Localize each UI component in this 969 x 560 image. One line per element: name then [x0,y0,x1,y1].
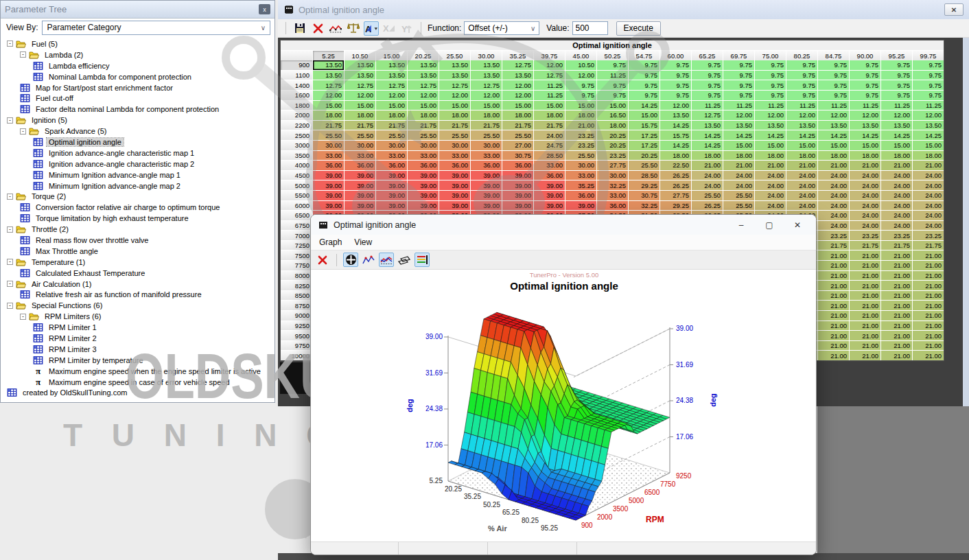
map-cell[interactable]: 18.00 [502,110,533,120]
map-cell[interactable]: 15.00 [786,141,817,150]
map-cell[interactable]: 24.00 [723,171,754,180]
map-cell[interactable]: 13.50 [471,60,502,70]
map-cell[interactable]: 9.75 [755,91,786,100]
map-cell[interactable]: 23.25 [597,151,628,161]
map-cell[interactable]: 9.75 [913,71,944,80]
map-cell[interactable]: 9.75 [913,60,944,70]
map-cell[interactable]: 23.25 [818,231,849,240]
map-cell[interactable]: 21.00 [913,331,944,340]
row-header[interactable]: 900 [281,60,312,70]
row-header[interactable]: 2200 [281,121,312,130]
map-cell[interactable]: 21.00 [850,311,880,320]
map-cell[interactable]: 36.00 [439,161,470,170]
value-input[interactable] [572,21,608,35]
map-cell[interactable]: 39.00 [408,171,439,180]
map-cell[interactable]: 21.00 [818,291,849,301]
map-cell[interactable]: 18.00 [597,121,628,130]
history-compare-button[interactable] [379,253,394,267]
map-cell[interactable]: 21.00 [913,281,944,290]
map-cell[interactable]: 24.00 [786,191,817,200]
map-cell[interactable]: 21.00 [881,331,912,340]
map-cell[interactable]: 12.75 [439,80,470,90]
map-cell[interactable]: 32.25 [629,201,659,211]
map-cell[interactable]: 36.00 [376,161,407,170]
map-cell[interactable]: 39.00 [376,191,407,200]
map-cell[interactable]: 21.00 [881,271,912,281]
tree-item[interactable]: Ignition advance-angle characteristic ma… [1,148,275,159]
map-cell[interactable]: 12.75 [376,80,407,90]
map-cell[interactable]: 20.25 [597,130,628,140]
map-cell[interactable]: 9.75 [786,60,817,70]
map-cell[interactable]: 21.00 [850,321,880,331]
map-cell[interactable]: 11.25 [881,101,912,110]
map-cell[interactable]: 24.00 [755,171,786,180]
map-cell[interactable]: 39.00 [376,201,407,211]
map-cell[interactable]: 21.00 [881,261,912,270]
map-cell[interactable]: 21.00 [881,161,912,170]
map-cell[interactable]: 33.00 [345,151,375,161]
map-cell[interactable]: 30.00 [565,161,596,170]
map-cell[interactable]: 36.00 [408,161,439,170]
map-cell[interactable]: 25.50 [723,201,754,211]
map-cell[interactable]: 9.75 [755,71,786,80]
map-cell[interactable]: 39.00 [376,171,407,180]
map-cell[interactable]: 18.00 [408,110,439,120]
pan-rotate-button[interactable] [343,253,358,267]
map-cell[interactable]: 14.25 [881,130,912,140]
tree-item[interactable]: -Lambda (2) [1,49,275,60]
tree-item[interactable]: -Fuel (5) [1,38,275,49]
collapse-icon[interactable]: - [7,281,13,287]
map-cell[interactable]: 33.00 [439,151,470,161]
tree-item[interactable]: -Ignition (5) [1,115,275,126]
trace-button[interactable] [328,21,343,36]
map-cell[interactable]: 25.50 [408,130,439,140]
map-cell[interactable]: 21.00 [818,271,849,281]
map-cell[interactable]: 15.75 [660,130,691,140]
map-cell[interactable]: 21.00 [850,331,880,340]
tree-item[interactable]: Lambda efficiency [1,60,275,71]
map-cell[interactable]: 13.50 [313,60,344,70]
map-cell[interactable]: 22.50 [660,161,691,170]
map-cell[interactable]: 9.75 [818,91,849,100]
execute-button[interactable]: Execute [616,21,661,36]
row-header[interactable]: 1100 [281,71,312,80]
map-cell[interactable]: 21.00 [913,161,944,170]
map-cell[interactable]: 33.00 [565,171,596,180]
map-cell[interactable]: 39.00 [534,191,565,200]
map-cell[interactable]: 9.75 [755,80,786,90]
row-header[interactable]: 8250 [281,281,312,290]
collapse-icon[interactable]: - [7,117,13,124]
map-cell[interactable]: 12.75 [313,80,344,90]
map-cell[interactable]: 15.00 [818,141,849,150]
map-cell[interactable]: 9.75 [565,80,596,90]
surface-chart-area[interactable]: 17.0617.0624.3824.3831.6931.6939.0039.00… [311,270,816,541]
map-cell[interactable]: 18.00 [565,110,596,120]
row-header[interactable]: 3000 [281,141,312,150]
map-cell[interactable]: 13.50 [786,121,817,130]
tree-item[interactable]: Minimum Ignition advance-angle map 1 [1,170,275,180]
map-cell[interactable]: 21.00 [850,271,880,281]
map-cell[interactable]: 24.00 [913,211,944,220]
map-cell[interactable]: 21.00 [913,291,944,301]
map-cell[interactable]: 15.00 [913,141,944,150]
row-header[interactable]: 7500 [281,250,312,260]
tree-item[interactable]: RPM Limiter 2 [1,333,275,344]
map-cell[interactable]: 29.25 [629,180,659,190]
map-cell[interactable]: 9.75 [850,71,880,80]
map-cell[interactable]: 24.00 [913,180,944,190]
column-header[interactable]: 75.00 [755,51,786,61]
map-cell[interactable]: 25.50 [345,130,375,140]
map-cell[interactable]: 39.00 [313,180,344,190]
tree-item[interactable]: RPM Limiter 3 [1,344,275,355]
map-cell[interactable]: 9.75 [660,91,691,100]
column-header[interactable]: 50.25 [597,51,628,61]
map-cell[interactable]: 30.75 [502,151,533,161]
view-by-combobox[interactable]: Parameter Category ∨ [42,21,270,35]
map-cell[interactable]: 9.75 [881,60,912,70]
map-cell[interactable]: 13.50 [471,71,502,80]
tree-item[interactable]: Conversion factor relative air charge to… [1,202,275,213]
map-cell[interactable]: 12.00 [471,91,502,100]
map-cell[interactable]: 13.50 [692,121,723,130]
map-cell[interactable]: 24.00 [818,171,849,180]
tree-item[interactable]: Map for Start/post start enrichment fact… [1,82,275,93]
